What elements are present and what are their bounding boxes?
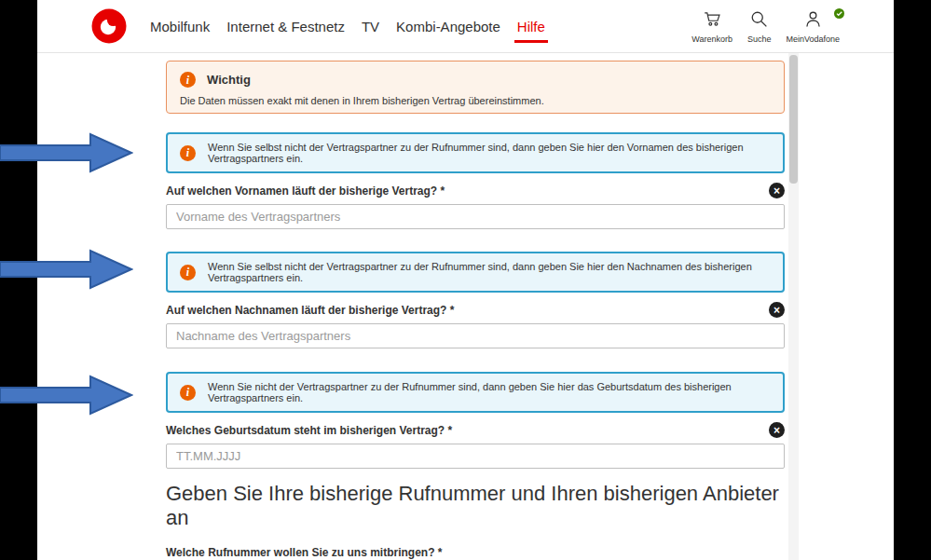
right-black-strip bbox=[894, 0, 931, 560]
info-icon: i bbox=[180, 385, 196, 401]
close-icon[interactable]: × bbox=[769, 422, 785, 438]
logged-in-check-icon bbox=[834, 6, 844, 22]
search-icon bbox=[749, 9, 769, 33]
form-content: i Wichtig Die Daten müssen exakt mit den… bbox=[166, 53, 785, 560]
label-row-vorname: Auf welchen Vornamen läuft der bisherige… bbox=[166, 183, 785, 198]
info-box-text: Wenn Sie selbst nicht der Vertragspartne… bbox=[208, 142, 768, 164]
search-label: Suche bbox=[747, 34, 772, 44]
close-icon[interactable]: × bbox=[769, 183, 785, 198]
section-heading: Geben Sie Ihre bisherige Rufnummer und I… bbox=[166, 482, 785, 530]
info-icon: i bbox=[180, 265, 196, 280]
cart-icon bbox=[703, 9, 722, 33]
account-label: MeinVodafone bbox=[786, 34, 840, 44]
field-label-geburtsdatum: Welches Geburtsdatum steht im bisherigen… bbox=[166, 424, 452, 437]
info-icon: i bbox=[180, 145, 196, 161]
page: Mobilfunk Internet & Festnetz TV Kombi-A… bbox=[37, 0, 894, 560]
top-navigation-bar: Mobilfunk Internet & Festnetz TV Kombi-A… bbox=[37, 0, 894, 53]
utility-nav: Warenkorb Suche bbox=[691, 9, 840, 44]
important-notice-box: i Wichtig Die Daten müssen exakt mit den… bbox=[166, 61, 785, 114]
nav-item-hilfe-active[interactable]: Hilfe bbox=[517, 19, 545, 34]
user-icon bbox=[803, 9, 823, 33]
field-label-vorname: Auf welchen Vornamen läuft der bisherige… bbox=[166, 184, 445, 198]
geburtsdatum-input[interactable] bbox=[166, 444, 785, 469]
info-box-text: Wenn Sie selbst nicht der Vertragspartne… bbox=[208, 261, 768, 283]
cart-label: Warenkorb bbox=[691, 34, 732, 44]
important-notice-header: i Wichtig bbox=[180, 72, 769, 88]
field-label-nachname: Auf welchen Nachnamen läuft der bisherig… bbox=[166, 304, 454, 317]
important-notice-title: Wichtig bbox=[207, 73, 251, 87]
search-button[interactable]: Suche bbox=[747, 9, 772, 44]
vorname-input[interactable] bbox=[166, 204, 785, 229]
screenshot-stage: Mobilfunk Internet & Festnetz TV Kombi-A… bbox=[0, 0, 931, 560]
important-notice-text: Die Daten müssen exakt mit denen in Ihre… bbox=[180, 95, 769, 106]
scrollbar-thumb[interactable] bbox=[789, 55, 798, 184]
nav-item-mobilfunk[interactable]: Mobilfunk bbox=[150, 19, 210, 34]
annotation-arrow-2 bbox=[0, 249, 133, 290]
account-button[interactable]: MeinVodafone bbox=[786, 9, 840, 44]
nav-item-kombi-angebote[interactable]: Kombi-Angebote bbox=[396, 19, 500, 34]
nav-item-internet-festnetz[interactable]: Internet & Festnetz bbox=[226, 19, 345, 34]
vodafone-logo-icon[interactable] bbox=[91, 8, 127, 44]
vertical-scrollbar[interactable] bbox=[788, 53, 799, 560]
info-box-geburtsdatum: i Wenn Sie nicht der Vertragspartner zu … bbox=[166, 372, 785, 413]
main-nav: Mobilfunk Internet & Festnetz TV Kombi-A… bbox=[150, 19, 545, 34]
info-box-vorname: i Wenn Sie selbst nicht der Vertragspart… bbox=[166, 132, 785, 173]
nav-item-tv[interactable]: TV bbox=[362, 19, 379, 34]
close-icon[interactable]: × bbox=[769, 302, 785, 318]
info-box-nachname: i Wenn Sie selbst nicht der Vertragspart… bbox=[166, 252, 785, 293]
label-row-nachname: Auf welchen Nachnamen läuft der bisherig… bbox=[166, 302, 785, 318]
nachname-input[interactable] bbox=[166, 323, 785, 348]
annotation-arrow-3 bbox=[0, 375, 133, 416]
phone-number-label: Welche Rufnummer wollen Sie zu uns mitbr… bbox=[166, 546, 785, 559]
info-box-text: Wenn Sie nicht der Vertragspartner zu de… bbox=[208, 381, 768, 403]
label-row-geburtsdatum: Welches Geburtsdatum steht im bisherigen… bbox=[166, 422, 785, 438]
cart-button[interactable]: Warenkorb bbox=[691, 9, 732, 44]
annotation-arrow-1 bbox=[0, 132, 133, 173]
info-icon: i bbox=[180, 72, 196, 88]
